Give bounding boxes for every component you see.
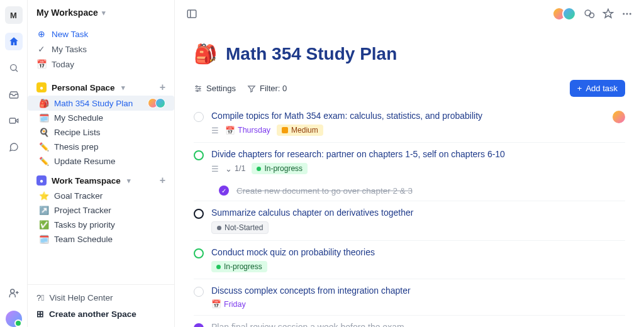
today-link[interactable]: 📅Today (28, 57, 174, 72)
svg-point-10 (199, 87, 200, 89)
task-title[interactable]: Summarize calculus chapter on derivative… (211, 208, 625, 218)
task-title[interactable]: Compile topics for Math 354 exam: calcul… (211, 111, 605, 121)
sidebar-item[interactable]: ✏️Update Resume (28, 154, 174, 169)
plus-square-icon: ⊞ (36, 309, 44, 319)
task-row: Discuss complex concepts from integratio… (194, 279, 625, 315)
subtask-row: ✓Create new document to go over chapter … (194, 180, 625, 201)
filter-icon (247, 84, 256, 93)
plus-circle-icon: ⊕ (36, 29, 47, 39)
priority-pill[interactable]: Medium (277, 125, 323, 136)
workspace-initial[interactable]: M (5, 6, 23, 24)
nav-rail: M (0, 0, 28, 327)
task-meta: In-progress (211, 261, 625, 272)
more-icon[interactable] (621, 8, 633, 19)
help-icon: ?⃝ (36, 293, 44, 302)
sidebar-item[interactable]: ⭐Goal Tracker (28, 189, 174, 203)
svg-point-0 (10, 65, 16, 70)
filter-button[interactable]: Filter: 0 (247, 84, 287, 93)
video-icon[interactable] (5, 112, 23, 130)
task-date[interactable]: 📅Thursday (225, 126, 270, 135)
sidebar-item[interactable]: ✅Tasks by priority (28, 218, 174, 232)
inbox-icon[interactable] (5, 86, 23, 103)
sidebar-item-math-plan[interactable]: 🎒Math 354 Study Plan (28, 96, 174, 111)
collapse-sidebar-icon[interactable] (186, 8, 197, 19)
group-work[interactable]: ● Work Teamspace ▾ + (28, 169, 174, 189)
home-icon[interactable] (5, 33, 23, 50)
chevron-down-icon: ▾ (102, 9, 106, 17)
workspace-name: My Workspace (36, 8, 98, 18)
task-status-circle[interactable] (194, 112, 204, 122)
task-row: Divide chapters for research: partner on… (194, 142, 625, 180)
task-title[interactable]: Discuss complex concepts from integratio… (211, 285, 625, 296)
status-pill[interactable]: In-progress (211, 261, 267, 272)
task-meta: Not-Started (211, 221, 625, 234)
svg-point-7 (626, 13, 628, 15)
status-pill[interactable]: In-progress (252, 163, 308, 174)
item-avatars (150, 98, 165, 108)
add-task-button[interactable]: +Add task (570, 80, 625, 97)
add-item-icon[interactable]: + (160, 82, 165, 93)
task-meta: ☰📅ThursdayMedium (211, 125, 605, 136)
item-emoji: 🎒 (39, 99, 49, 108)
settings-button[interactable]: Settings (194, 84, 236, 93)
group-personal[interactable]: ● Personal Space ▾ + (28, 75, 174, 96)
plus-icon: + (577, 84, 582, 93)
task-row: Compile topics for Math 354 exam: calcul… (194, 104, 625, 142)
create-space-link[interactable]: ⊞Create another Space (28, 306, 174, 322)
sidebar-item[interactable]: ↗️Project Tracker (28, 203, 174, 218)
task-status-circle[interactable] (194, 150, 204, 160)
check-circle-icon: ✓ (36, 44, 47, 54)
main: 🎒 Math 354 Study Plan Settings Filter: 0… (175, 0, 644, 327)
space-badge-icon: ● (36, 82, 47, 92)
quicklinks: ⊕New Task ✓My Tasks 📅Today (28, 23, 174, 75)
sidebar-item[interactable]: 🗓️Team Schedule (28, 232, 174, 247)
page-collaborators[interactable] (556, 7, 576, 21)
star-icon[interactable] (602, 8, 614, 19)
task-list: Compile topics for Math 354 exam: calcul… (194, 104, 625, 327)
topbar (175, 0, 644, 28)
assignee-avatar[interactable] (613, 111, 625, 123)
task-row: ✓Plan final review session a week before… (194, 315, 625, 327)
comments-icon[interactable] (584, 8, 595, 19)
user-avatar[interactable] (6, 311, 22, 327)
task-title[interactable]: Conduct mock quiz on probability theorie… (211, 247, 625, 257)
task-status-circle[interactable] (194, 248, 204, 258)
sidebar-footer: ?⃝Visit Help Center ⊞Create another Spac… (28, 284, 174, 327)
chat-icon[interactable] (5, 138, 23, 156)
sidebar-item[interactable]: 🗓️My Schedule (28, 111, 174, 125)
sliders-icon (194, 84, 203, 93)
chevron-down-icon: ▾ (127, 177, 131, 185)
task-status-circle[interactable] (194, 287, 204, 297)
svg-point-6 (623, 13, 625, 15)
svg-point-4 (585, 10, 591, 16)
task-title[interactable]: Plan final review session a week before … (211, 322, 625, 327)
svg-rect-1 (9, 118, 15, 123)
sidebar-item[interactable]: 🍳Recipe Lists (28, 125, 174, 140)
add-item-icon[interactable]: + (160, 175, 165, 186)
task-status-circle[interactable] (194, 209, 204, 219)
workspace-switcher[interactable]: My Workspace ▾ (28, 0, 174, 23)
sidebar: My Workspace ▾ ⊕New Task ✓My Tasks 📅Toda… (28, 0, 175, 327)
help-link[interactable]: ?⃝Visit Help Center (28, 290, 174, 306)
new-task-link[interactable]: ⊕New Task (28, 26, 174, 42)
task-date[interactable]: 📅Friday (211, 299, 246, 309)
svg-rect-3 (187, 10, 196, 18)
sidebar-item[interactable]: ✏️Thesis prep (28, 140, 174, 154)
task-status-circle[interactable]: ✓ (194, 323, 204, 327)
task-title[interactable]: Divide chapters for research: partner on… (211, 149, 625, 159)
team-icon[interactable] (5, 284, 23, 302)
task-meta: 📅Friday (211, 299, 625, 309)
task-meta: ☰⌄1/1In-progress (211, 163, 625, 174)
view-toolbar: Settings Filter: 0 +Add task (194, 80, 625, 97)
search-icon[interactable] (5, 59, 23, 77)
task-status-circle[interactable]: ✓ (219, 186, 229, 196)
subtask-count[interactable]: ⌄1/1 (225, 164, 245, 174)
task-row: Conduct mock quiz on probability theorie… (194, 240, 625, 279)
space-badge-icon: ● (36, 175, 47, 186)
status-pill[interactable]: Not-Started (211, 221, 269, 234)
page-title[interactable]: 🎒 Math 354 Study Plan (194, 35, 625, 65)
task-title[interactable]: Create new document to go over chapter 2… (236, 186, 413, 196)
svg-point-2 (10, 289, 14, 293)
my-tasks-link[interactable]: ✓My Tasks (28, 42, 174, 57)
task-row: Summarize calculus chapter on derivative… (194, 201, 625, 240)
